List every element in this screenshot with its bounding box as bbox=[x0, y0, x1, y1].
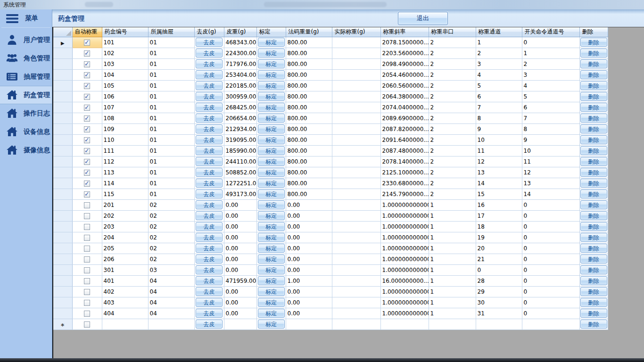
tare-weight-cell[interactable]: 1272251.00 bbox=[224, 178, 256, 189]
serial-port-cell[interactable]: 2 bbox=[429, 123, 476, 134]
column-header-weight[interactable]: 法码重量(g) bbox=[286, 27, 332, 37]
drawer-cell[interactable]: 01 bbox=[148, 189, 194, 199]
weight-cell[interactable]: 0.00 bbox=[286, 199, 332, 210]
delete-button[interactable]: 删除 bbox=[580, 222, 607, 231]
serial-port-cell[interactable]: 2 bbox=[429, 80, 476, 91]
weight-cell[interactable]: 0.00 bbox=[286, 264, 332, 275]
tare-button[interactable]: 去皮 bbox=[196, 265, 223, 274]
delete-button[interactable]: 删除 bbox=[580, 244, 607, 253]
auto-weigh-checkbox[interactable] bbox=[84, 300, 90, 306]
calibrate-button[interactable]: 标定 bbox=[258, 298, 285, 307]
tare-weight-cell[interactable]: 253404.00 bbox=[224, 69, 256, 80]
actual-weight-cell[interactable] bbox=[332, 189, 380, 199]
calibrate-button[interactable]: 标定 bbox=[258, 222, 285, 231]
row-selector[interactable] bbox=[53, 178, 72, 189]
switch-channel-cell[interactable]: 6 bbox=[522, 102, 579, 113]
switch-channel-cell[interactable]: 0 bbox=[522, 297, 579, 308]
weigh-channel-cell[interactable]: 11 bbox=[476, 145, 522, 156]
drawer-cell[interactable]: 02 bbox=[148, 210, 194, 221]
row-selector[interactable] bbox=[53, 134, 72, 145]
switch-channel-cell[interactable]: 0 bbox=[522, 286, 579, 297]
auto-weigh-checkbox[interactable] bbox=[84, 321, 90, 328]
box-number-cell[interactable]: 301 bbox=[102, 264, 148, 275]
weight-cell[interactable] bbox=[286, 319, 332, 329]
switch-channel-cell[interactable]: 13 bbox=[522, 178, 579, 189]
actual-weight-cell[interactable] bbox=[332, 319, 380, 329]
calibrate-button[interactable]: 标定 bbox=[258, 211, 285, 220]
box-number-cell[interactable]: 201 bbox=[102, 199, 148, 210]
delete-button[interactable]: 删除 bbox=[580, 146, 607, 155]
row-selector[interactable] bbox=[53, 58, 72, 69]
weight-cell[interactable]: 800.00 bbox=[286, 69, 332, 80]
exit-button[interactable]: 退出 bbox=[398, 12, 448, 25]
slope-cell[interactable]: 2089.6900000... bbox=[380, 113, 429, 123]
row-selector[interactable] bbox=[53, 232, 72, 243]
weight-cell[interactable]: 0.00 bbox=[286, 308, 332, 319]
switch-channel-cell[interactable]: 3 bbox=[522, 69, 579, 80]
actual-weight-cell[interactable] bbox=[332, 297, 380, 308]
actual-weight-cell[interactable] bbox=[332, 48, 380, 58]
serial-port-cell[interactable]: 2 bbox=[429, 48, 476, 58]
tare-button[interactable]: 去皮 bbox=[196, 92, 223, 101]
auto-weigh-checkbox[interactable] bbox=[84, 94, 90, 100]
tare-weight-cell[interactable]: 0.00 bbox=[224, 297, 256, 308]
box-number-cell[interactable]: 110 bbox=[102, 134, 148, 145]
calibrate-button[interactable]: 标定 bbox=[258, 168, 285, 177]
slope-cell[interactable]: 2074.0400000... bbox=[380, 102, 429, 113]
calibrate-button[interactable]: 标定 bbox=[258, 81, 285, 90]
box-number-cell[interactable]: 204 bbox=[102, 232, 148, 243]
drawer-cell[interactable]: 01 bbox=[148, 113, 194, 123]
box-number-cell[interactable]: 102 bbox=[102, 48, 148, 58]
row-selector[interactable] bbox=[53, 297, 72, 308]
drawer-cell[interactable]: 02 bbox=[148, 243, 194, 254]
serial-port-cell[interactable] bbox=[429, 319, 476, 329]
calibrate-button[interactable]: 标定 bbox=[258, 92, 285, 101]
tare-button[interactable]: 去皮 bbox=[196, 38, 223, 47]
weigh-channel-cell[interactable]: 19 bbox=[476, 232, 522, 243]
switch-channel-cell[interactable]: 0 bbox=[522, 232, 579, 243]
delete-button[interactable]: 删除 bbox=[580, 135, 607, 144]
calibrate-button[interactable]: 标定 bbox=[258, 309, 285, 318]
switch-channel-cell[interactable]: 5 bbox=[522, 91, 579, 102]
tare-button[interactable]: 去皮 bbox=[196, 70, 223, 79]
tare-button[interactable]: 去皮 bbox=[196, 222, 223, 231]
tare-button[interactable]: 去皮 bbox=[196, 135, 223, 144]
row-selector[interactable] bbox=[53, 69, 72, 80]
calibrate-button[interactable]: 标定 bbox=[258, 244, 285, 253]
slope-cell[interactable]: 1.0000000000000 bbox=[380, 264, 429, 275]
weight-cell[interactable]: 800.00 bbox=[286, 48, 332, 58]
drawer-cell[interactable]: 01 bbox=[148, 37, 194, 48]
actual-weight-cell[interactable] bbox=[332, 221, 380, 232]
switch-channel-cell[interactable]: 10 bbox=[522, 145, 579, 156]
calibrate-button[interactable]: 标定 bbox=[258, 103, 285, 112]
box-number-cell[interactable]: 105 bbox=[102, 80, 148, 91]
delete-button[interactable]: 删除 bbox=[580, 298, 607, 307]
auto-weigh-checkbox[interactable] bbox=[84, 289, 90, 295]
serial-port-cell[interactable]: 2 bbox=[429, 91, 476, 102]
delete-button[interactable]: 删除 bbox=[580, 179, 607, 188]
calibrate-button[interactable]: 标定 bbox=[258, 179, 285, 188]
box-number-cell[interactable]: 103 bbox=[102, 58, 148, 69]
serial-port-cell[interactable]: 2 bbox=[429, 189, 476, 199]
tare-button[interactable]: 去皮 bbox=[196, 298, 223, 307]
calibrate-button[interactable]: 标定 bbox=[258, 189, 285, 198]
tare-weight-cell[interactable]: 0.00 bbox=[224, 286, 256, 297]
slope-cell[interactable]: 2064.3800000... bbox=[380, 91, 429, 102]
box-number-cell[interactable]: 203 bbox=[102, 221, 148, 232]
serial-port-cell[interactable]: 1 bbox=[429, 264, 476, 275]
calibrate-button[interactable]: 标定 bbox=[258, 287, 285, 296]
switch-channel-cell[interactable]: 2 bbox=[522, 58, 579, 69]
delete-button[interactable]: 删除 bbox=[580, 320, 607, 329]
slope-cell[interactable]: 1.0000000000000 bbox=[380, 210, 429, 221]
tare-button[interactable]: 去皮 bbox=[196, 49, 223, 58]
slope-cell[interactable]: 2087.4800000... bbox=[380, 145, 429, 156]
switch-channel-cell[interactable]: 0 bbox=[522, 275, 579, 286]
delete-button[interactable]: 删除 bbox=[580, 59, 607, 68]
weight-cell[interactable]: 800.00 bbox=[286, 91, 332, 102]
drawer-cell[interactable]: 01 bbox=[148, 134, 194, 145]
auto-weigh-checkbox[interactable] bbox=[84, 278, 90, 284]
auto-weigh-checkbox[interactable] bbox=[84, 72, 90, 78]
tare-weight-cell[interactable]: 185990.00 bbox=[224, 145, 256, 156]
actual-weight-cell[interactable] bbox=[332, 123, 380, 134]
weigh-channel-cell[interactable]: 0 bbox=[476, 264, 522, 275]
